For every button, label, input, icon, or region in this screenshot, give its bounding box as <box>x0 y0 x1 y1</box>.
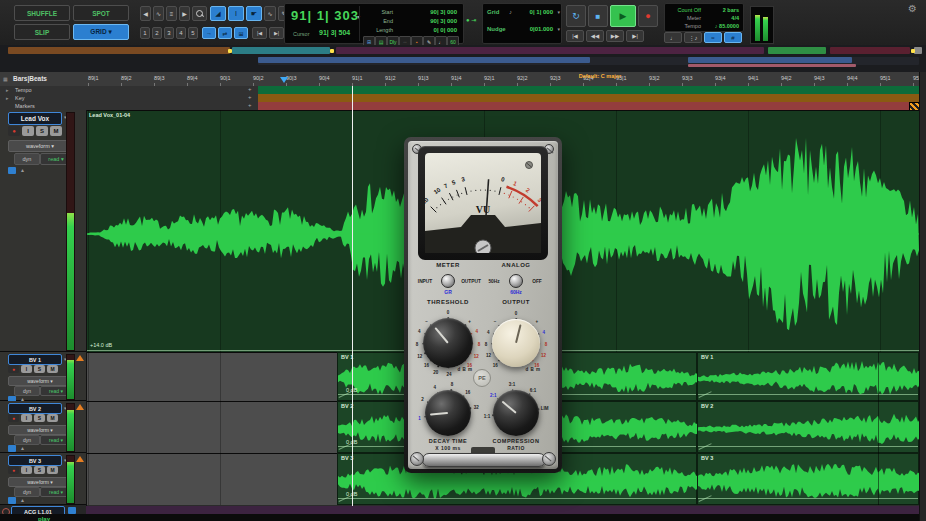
dyn-button[interactable]: dyn <box>14 487 40 497</box>
expand-arrow-icon[interactable]: ▸ <box>6 87 9 93</box>
track-view-selector[interactable]: waveform ▾ <box>8 477 72 487</box>
transport-skip-button[interactable]: |◀ <box>566 30 584 42</box>
timeline-insertion-marker[interactable] <box>280 77 288 83</box>
track-name-box[interactable]: BV 2 <box>8 403 62 414</box>
session-value[interactable]: 2 bars <box>723 7 739 13</box>
session-icon-button[interactable]: ≈ <box>704 32 722 43</box>
nudge-caret-icon[interactable]: ▾ <box>557 26 560 32</box>
zoom-preset-4[interactable]: 4 <box>176 27 186 39</box>
play-button[interactable]: ▶ <box>610 5 636 27</box>
analog-toggle[interactable] <box>509 274 523 288</box>
session-value[interactable]: ♪ 85.0000 <box>715 23 739 29</box>
main-counter[interactable]: 91| 1| 303 <box>291 8 359 23</box>
transport-skip-button[interactable]: ▶| <box>626 30 644 42</box>
meter-toggle[interactable] <box>441 274 455 288</box>
dyn-button[interactable]: dyn <box>14 386 40 396</box>
mute-button[interactable]: M <box>47 466 58 474</box>
zoom-arrow-button[interactable]: ▶ <box>179 6 190 21</box>
session-icon-button[interactable]: # <box>724 32 742 43</box>
add-event-icon[interactable]: + <box>248 94 252 100</box>
transport-skip-button[interactable]: ◀◀ <box>586 30 604 42</box>
input-monitor-button[interactable]: I <box>21 365 32 373</box>
mode-button-grid[interactable]: GRID ▾ <box>73 24 129 40</box>
track-name-box[interactable]: Lead Vox <box>8 112 62 125</box>
record-enable-button[interactable]: ● <box>8 414 19 422</box>
track-view-selector[interactable]: waveform ▾ <box>8 376 72 386</box>
selection-end-value[interactable]: 90| 3| 000 <box>430 18 457 24</box>
track-mini-icon[interactable] <box>68 507 76 514</box>
small-tool-button[interactable]: → <box>202 27 216 39</box>
timeline-link-button[interactable]: ▶| <box>269 27 284 39</box>
session-icon-button[interactable]: ⋮♪ <box>684 32 702 43</box>
mode-button-shuffle[interactable]: SHUFFLE <box>14 5 70 21</box>
compressor-plugin-window[interactable]: 20107530123VU METER ANALOG INPUT OUTPUT … <box>404 137 562 473</box>
timeline-link-button[interactable]: |◀ <box>252 27 267 39</box>
threshold-knob[interactable] <box>423 318 473 368</box>
mode-button-slip[interactable]: SLIP <box>14 24 70 40</box>
vertical-scrollbar[interactable] <box>919 72 926 521</box>
selector-tool-button[interactable]: I <box>228 6 244 21</box>
audio-clip[interactable]: BV 2 <box>697 401 919 453</box>
session-icon-button[interactable]: ♩ <box>664 32 682 43</box>
input-monitor-button[interactable]: I <box>21 466 32 474</box>
mode-button-spot[interactable]: SPOT <box>73 5 129 21</box>
zoom-arrow-button[interactable]: ≡ <box>166 6 177 21</box>
grid-note-icon[interactable]: ♪ <box>509 9 512 15</box>
zoom-preset-5[interactable]: 5 <box>188 27 198 39</box>
audio-clip[interactable]: BV 3 <box>697 453 919 505</box>
elastic-audio-icon[interactable] <box>8 497 16 504</box>
record-enable-button[interactable]: ● <box>8 466 19 474</box>
grid-value[interactable]: 0| 1| 000 <box>530 9 553 15</box>
record-enable-button[interactable]: ● <box>8 365 19 373</box>
audio-clip[interactable]: BV 1 <box>697 352 919 401</box>
session-value[interactable]: 4/4 <box>731 15 739 21</box>
grabber-tool-button[interactable]: ☛ <box>246 6 262 21</box>
volume-automation-line[interactable] <box>698 498 918 499</box>
mute-button[interactable]: M <box>47 414 58 422</box>
decay-time-knob[interactable] <box>425 390 471 436</box>
track-view-selector[interactable]: waveform ▾ <box>8 140 72 152</box>
add-event-icon[interactable]: + <box>248 102 252 108</box>
zoom-preset-3[interactable]: 3 <box>164 27 174 39</box>
compression-ratio-knob[interactable] <box>493 390 539 436</box>
zoom-preset-1[interactable]: 1 <box>140 27 150 39</box>
ruler-grid-icon[interactable]: ▦ <box>3 76 8 82</box>
track-name-box[interactable]: BV 3 <box>8 455 62 466</box>
track-view-selector[interactable]: waveform ▾ <box>8 425 72 435</box>
loop-playback-button[interactable]: ↻ <box>566 5 586 27</box>
stop-button[interactable]: ■ <box>588 5 608 27</box>
solo-button[interactable]: S <box>34 466 45 474</box>
grid-caret-icon[interactable]: ▾ <box>557 9 560 15</box>
zoom-preset-2[interactable]: 2 <box>152 27 162 39</box>
bottom-overview-strip[interactable] <box>86 506 919 514</box>
elastic-audio-icon[interactable] <box>8 167 16 174</box>
record-button[interactable]: ● <box>638 5 658 27</box>
record-enable-button[interactable]: ● <box>8 126 20 136</box>
volume-automation-line[interactable] <box>338 498 696 499</box>
scrub-tool-button[interactable]: ∿ <box>264 6 276 21</box>
dyn-button[interactable]: dyn <box>14 153 40 165</box>
elastic-audio-icon[interactable] <box>8 445 16 452</box>
selection-length-value[interactable]: 0| 0| 000 <box>434 27 457 33</box>
add-event-icon[interactable]: + <box>248 86 252 92</box>
solo-button[interactable]: S <box>34 365 45 373</box>
nudge-value[interactable]: 0|01.000 <box>530 26 553 32</box>
track-name-box[interactable]: BV 1 <box>8 354 62 365</box>
clip-name-label[interactable]: Lead Vox_01-04 <box>89 112 130 118</box>
selection-start-value[interactable]: 90| 3| 000 <box>430 9 457 15</box>
mute-button[interactable]: M <box>50 126 62 136</box>
timeline-overview-strips[interactable] <box>0 45 926 72</box>
input-monitor-button[interactable]: I <box>22 126 34 136</box>
bars-beats-ruler[interactable]: ▦ Bars|Beats 89|189|289|389|490|190|290|… <box>0 72 926 87</box>
solo-button[interactable]: S <box>34 414 45 422</box>
input-monitor-button[interactable]: I <box>21 414 32 422</box>
gear-icon[interactable]: ⚙ <box>908 3 917 14</box>
pre-post-roll-indicators[interactable]: ● ⇥ <box>466 16 476 23</box>
volume-automation-line[interactable] <box>698 394 918 395</box>
volume-automation-line[interactable] <box>698 446 918 447</box>
small-tool-button[interactable]: ⊞ <box>234 27 248 39</box>
dyn-button[interactable]: dyn <box>14 435 40 445</box>
solo-button[interactable]: S <box>36 126 48 136</box>
zoom-arrow-button[interactable]: ◀ <box>140 6 151 21</box>
transport-skip-button[interactable]: ▶▶ <box>606 30 624 42</box>
